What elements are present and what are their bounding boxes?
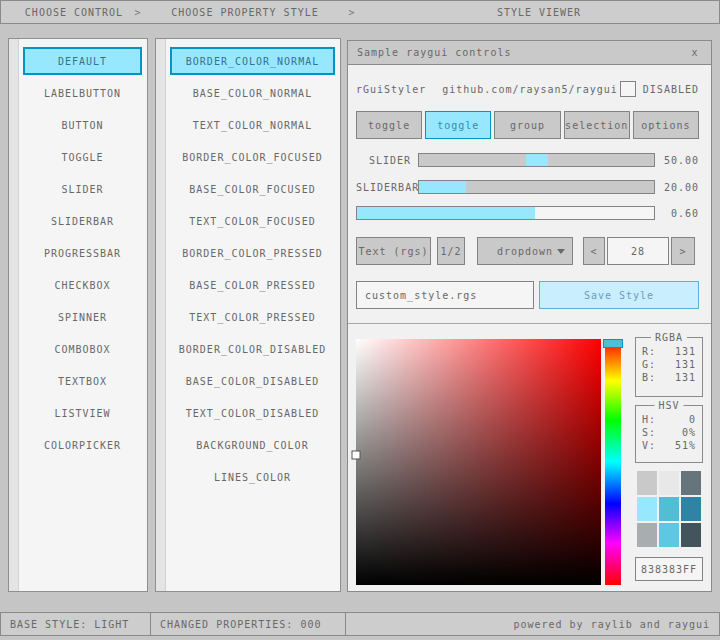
divider [348,323,711,324]
b-label: B: [642,372,656,383]
list-item-slider[interactable]: SLIDER [23,175,142,203]
g-label: G: [642,359,656,370]
hue-selector[interactable] [603,339,623,348]
list-item-border-color-disabled[interactable]: BORDER_COLOR_DISABLED [170,335,335,363]
v-value: 51% [675,440,696,451]
toggle-group-item-4[interactable]: selection [564,111,630,139]
list-item-base-color-disabled[interactable]: BASE_COLOR_DISABLED [170,367,335,395]
hex-color-input[interactable]: 838383FF [635,557,703,581]
status-base-style: BASE STYLE: LIGHT [0,612,151,636]
progressbar-track [356,206,655,220]
slider-label: SLIDER [356,155,418,166]
spinner-value-box[interactable]: 28 [607,237,669,265]
progressbar-value: 0.60 [655,208,699,219]
progressbar-fill [357,207,535,219]
hsv-row-h: H: 0 [636,413,702,426]
list-item-text-color-normal[interactable]: TEXT_COLOR_NORMAL [170,111,335,139]
half-toggle-button[interactable]: 1/2 [437,237,465,265]
palette-swatch[interactable] [681,497,701,521]
s-value: 0% [682,427,696,438]
list-item-listview[interactable]: LISTVIEW [23,399,142,427]
list-item-border-color-focused[interactable]: BORDER_COLOR_FOCUSED [170,143,335,171]
palette-swatch[interactable] [637,523,657,547]
list-item-labelbutton[interactable]: LABELBUTTON [23,79,142,107]
styler-label: rGuiStyler [356,84,426,95]
s-label: S: [642,427,656,438]
close-icon[interactable]: x [688,46,702,60]
hue-bar[interactable] [605,339,621,585]
list-item-border-color-normal[interactable]: BORDER_COLOR_NORMAL [170,47,335,75]
window-content: rGuiStyler github.com/raysan5/raygui DIS… [348,65,711,591]
properties-scrollbar[interactable] [156,39,166,591]
filename-input[interactable]: custom_style.rgs [356,281,534,309]
window-title: Sample raygui controls [357,47,511,58]
status-changed-properties: CHANGED PROPERTIES: 000 [150,612,346,636]
palette-swatch[interactable] [681,471,701,495]
list-item-checkbox[interactable]: CHECKBOX [23,271,142,299]
dropdown-box[interactable]: dropdown [477,237,573,265]
repo-link[interactable]: github.com/raysan5/raygui [442,84,618,95]
chevron-right-icon: > [131,1,145,23]
color-picker-marker[interactable] [353,451,360,458]
list-item-text-color-pressed[interactable]: TEXT_COLOR_PRESSED [170,303,335,331]
toggle-group-item-2-active[interactable]: toggle [425,111,491,139]
palette-swatch[interactable] [659,523,679,547]
dropdown-selected-value: dropdown [497,246,553,257]
properties-listview: BORDER_COLOR_NORMAL BASE_COLOR_NORMAL TE… [155,38,341,592]
palette-swatch[interactable] [659,497,679,521]
list-item-progressbar[interactable]: PROGRESSBAR [23,239,142,267]
style-color-palette [637,471,703,547]
save-style-button[interactable]: Save Style [539,281,699,309]
palette-swatch[interactable] [637,471,657,495]
g-value: 131 [675,359,696,370]
list-item-base-color-pressed[interactable]: BASE_COLOR_PRESSED [170,271,335,299]
list-item-base-color-focused[interactable]: BASE_COLOR_FOCUSED [170,175,335,203]
list-item-base-color-normal[interactable]: BASE_COLOR_NORMAL [170,79,335,107]
palette-swatch[interactable] [681,523,701,547]
list-item-border-color-pressed[interactable]: BORDER_COLOR_PRESSED [170,239,335,267]
list-item-lines-color[interactable]: LINES_COLOR [170,463,335,491]
slider-value: 50.00 [655,155,699,166]
list-item-colorpicker[interactable]: COLORPICKER [23,431,142,459]
properties-list-items: BORDER_COLOR_NORMAL BASE_COLOR_NORMAL TE… [170,47,335,495]
toggle-group-item-3[interactable]: group [494,111,560,139]
sliderbar-value: 20.00 [655,182,699,193]
topbar-choose-property-style: CHOOSE PROPERTY STYLE [145,1,345,23]
window-titlebar[interactable]: Sample raygui controls x [348,41,711,65]
h-value: 0 [689,414,696,425]
list-item-textbox[interactable]: TEXTBOX [23,367,142,395]
sliderbar-track[interactable] [418,180,655,194]
controls-scrollbar[interactable] [9,39,19,591]
chevron-down-icon [557,249,565,254]
hsv-groupbox: HSV H: 0 S: 0% V: 51% [635,405,703,463]
color-picker-sv-area[interactable] [356,339,601,585]
list-item-background-color[interactable]: BACKGROUND_COLOR [170,431,335,459]
slider-track[interactable] [418,153,655,167]
list-item-default[interactable]: DEFAULT [23,47,142,75]
text-rgs-button[interactable]: Text (rgs) [356,237,431,265]
list-item-text-color-disabled[interactable]: TEXT_COLOR_DISABLED [170,399,335,427]
palette-swatch[interactable] [659,471,679,495]
palette-swatch[interactable] [637,497,657,521]
rgba-groupbox: RGBA R: 131 G: 131 B: 131 [635,337,703,397]
list-item-text-color-focused[interactable]: TEXT_COLOR_FOCUSED [170,207,335,235]
controls-list-items: DEFAULT LABELBUTTON BUTTON TOGGLE SLIDER… [23,47,142,463]
sliderbar-fill [419,181,466,193]
toggle-group-item-5[interactable]: options [633,111,699,139]
status-powered-by: powered by raylib and raygui [345,612,720,636]
rgba-row-g: G: 131 [636,358,702,371]
chevron-right-icon: > [345,1,359,23]
spinner-increment-button[interactable]: > [671,237,695,265]
rgba-row-r: R: 131 [636,345,702,358]
list-item-button[interactable]: BUTTON [23,111,142,139]
list-item-combobox[interactable]: COMBOBOX [23,335,142,363]
slider-handle[interactable] [526,154,548,166]
b-value: 131 [675,372,696,383]
spinner-decrement-button[interactable]: < [583,237,605,265]
rgba-row-b: B: 131 [636,371,702,384]
toggle-group-item-1[interactable]: toggle [356,111,422,139]
list-item-toggle[interactable]: TOGGLE [23,143,142,171]
list-item-spinner[interactable]: SPINNER [23,303,142,331]
disabled-checkbox[interactable] [620,81,636,97]
list-item-sliderbar[interactable]: SLIDERBAR [23,207,142,235]
